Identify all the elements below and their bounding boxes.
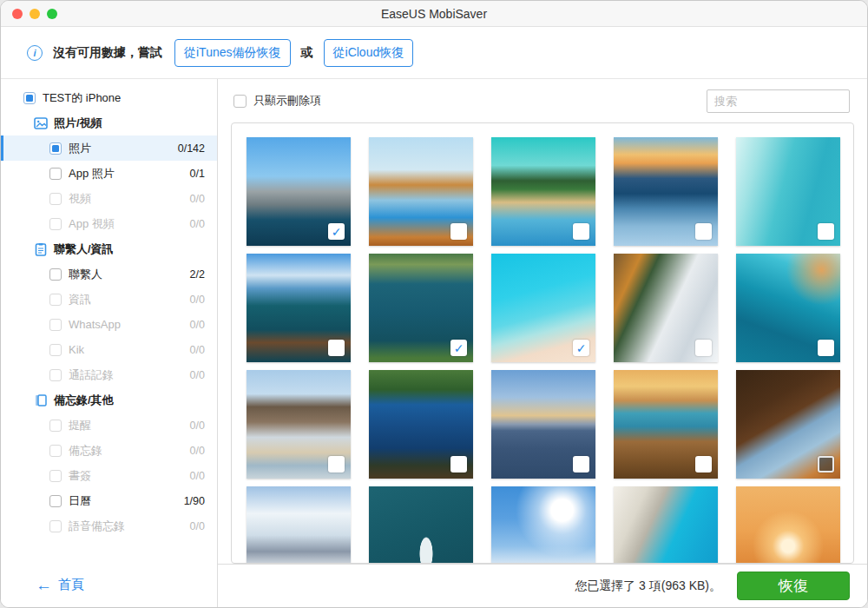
recover-button[interactable]: 恢復 [737,572,850,600]
item-checkbox[interactable] [49,193,62,205]
itunes-restore-button[interactable]: 從iTunes備份恢復 [174,39,291,67]
title-bar: EaseUS MobiSaver [1,1,867,27]
sidebar-item-calendar[interactable]: 日曆 1/90 [1,488,217,513]
sidebar: TEST的 iPhone 照片/視頻 照片 0/142 App 照片 0/1 視… [1,79,218,607]
photo-checkbox[interactable] [450,456,467,473]
photo-thumbnail[interactable] [736,486,840,564]
item-checkbox[interactable] [49,445,62,457]
item-checkbox[interactable] [49,168,62,180]
photo-checkbox[interactable] [695,223,712,240]
photo-checkbox[interactable] [695,340,712,356]
item-checkbox[interactable] [49,218,62,230]
sidebar-section-notes[interactable]: 備忘錄/其他 [1,387,217,413]
sidebar-item-contacts[interactable]: 聯繫人 2/2 [1,261,217,287]
sidebar-device-row[interactable]: TEST的 iPhone [1,86,217,110]
photo-thumbnail[interactable] [369,370,473,479]
photo-checkbox[interactable] [818,223,834,240]
photo-checkbox[interactable] [695,456,712,473]
photo-checkbox[interactable] [328,456,345,473]
photo-thumbnail[interactable] [491,486,595,564]
sidebar-item-voice-memos[interactable]: 語音備忘錄 0/0 [1,513,217,539]
icloud-restore-button[interactable]: 從iCloud恢復 [324,39,414,67]
search-input[interactable] [707,89,850,113]
item-count: 1/90 [184,495,205,507]
sidebar-item-kik[interactable]: Kik 0/0 [1,337,217,362]
photo-checkbox[interactable] [573,456,589,473]
photo-thumbnail[interactable] [736,254,840,362]
item-label: 通話記錄 [69,367,114,383]
sidebar-item-call-history[interactable]: 通話記錄 0/0 [1,362,217,387]
item-checkbox[interactable] [49,520,62,532]
item-count: 0/1 [190,168,205,180]
show-deleted-checkbox[interactable] [233,95,247,108]
sidebar-section-photos[interactable]: 照片/視頻 [1,110,217,135]
photo-thumbnail[interactable] [247,370,351,479]
item-checkbox[interactable] [49,470,62,482]
sidebar-item-videos[interactable]: 視頻 0/0 [1,186,217,211]
photo-grid-panel [231,122,854,564]
sidebar-item-app-photos[interactable]: App 照片 0/1 [1,161,217,186]
photo-checkbox[interactable] [450,340,467,356]
photo-thumbnail[interactable] [614,486,718,564]
photo-checkbox[interactable] [450,223,467,240]
or-text: 或 [301,45,313,61]
sidebar-item-memos[interactable]: 備忘錄 0/0 [1,438,217,463]
info-bar: i 沒有可用數據，嘗試 從iTunes備份恢復 或 從iCloud恢復 [1,27,867,79]
photo-thumbnail[interactable] [736,370,840,479]
sidebar-item-bookmarks[interactable]: 書簽 0/0 [1,463,217,488]
item-count: 0/0 [190,218,205,230]
photo-checkbox[interactable] [328,223,345,240]
photo-thumbnail[interactable] [369,137,473,246]
photo-thumbnail[interactable] [247,137,351,246]
item-label: 視頻 [69,191,91,207]
item-checkbox[interactable] [49,268,62,281]
home-link[interactable]: ← 首頁 [36,577,84,593]
item-checkbox[interactable] [49,369,62,381]
device-checkbox[interactable] [23,92,36,104]
photo-thumbnail[interactable] [614,370,718,479]
item-label: 照片 [69,141,91,156]
item-checkbox[interactable] [49,495,62,507]
photo-thumbnail[interactable] [614,254,718,362]
sidebar-item-photos[interactable]: 照片 0/142 [1,135,217,161]
item-checkbox[interactable] [49,319,62,331]
photo-checkbox[interactable] [573,223,589,240]
photo-thumbnail[interactable] [491,254,595,362]
photo-grid [247,137,838,564]
item-label: 提醒 [69,418,91,433]
section-label: 照片/視頻 [54,116,102,131]
photo-checkbox[interactable] [818,340,834,356]
photo-checkbox[interactable] [818,456,834,473]
photo-checkbox[interactable] [573,340,589,356]
item-checkbox[interactable] [49,420,62,432]
item-checkbox[interactable] [49,294,62,306]
sidebar-item-messages[interactable]: 資訊 0/0 [1,287,217,312]
photo-thumbnail[interactable] [614,137,718,246]
photo-thumbnail[interactable] [247,254,351,362]
item-count: 0/0 [190,445,205,457]
notes-icon [34,393,48,407]
sidebar-item-app-videos[interactable]: App 視頻 0/0 [1,211,217,236]
zoom-button[interactable] [47,9,57,19]
item-label: 書簽 [69,468,91,484]
photo-thumbnail[interactable] [369,254,473,362]
photo-thumbnail[interactable] [247,486,351,564]
photo-thumbnail[interactable] [736,137,840,246]
content-toolbar: 只顯示刪除項 [218,79,867,122]
sidebar-section-contacts[interactable]: 聯繫人/資訊 [1,236,217,261]
item-checkbox[interactable] [49,142,62,155]
selection-summary: 您已選擇了 3 項(963 KB)。 [575,578,721,594]
photo-thumbnail[interactable] [491,137,595,246]
photo-checkbox[interactable] [328,340,345,356]
item-count: 0/0 [190,369,205,381]
item-checkbox[interactable] [49,344,62,356]
item-count: 0/0 [190,520,205,532]
sidebar-item-reminders[interactable]: 提醒 0/0 [1,413,217,438]
item-label: App 視頻 [69,216,115,232]
minimize-button[interactable] [30,9,40,19]
photo-thumbnail[interactable] [369,486,473,564]
item-label: Kik [69,343,84,356]
close-button[interactable] [12,9,23,19]
sidebar-item-whatsapp[interactable]: WhatsApp 0/0 [1,312,217,337]
photo-thumbnail[interactable] [491,370,595,479]
